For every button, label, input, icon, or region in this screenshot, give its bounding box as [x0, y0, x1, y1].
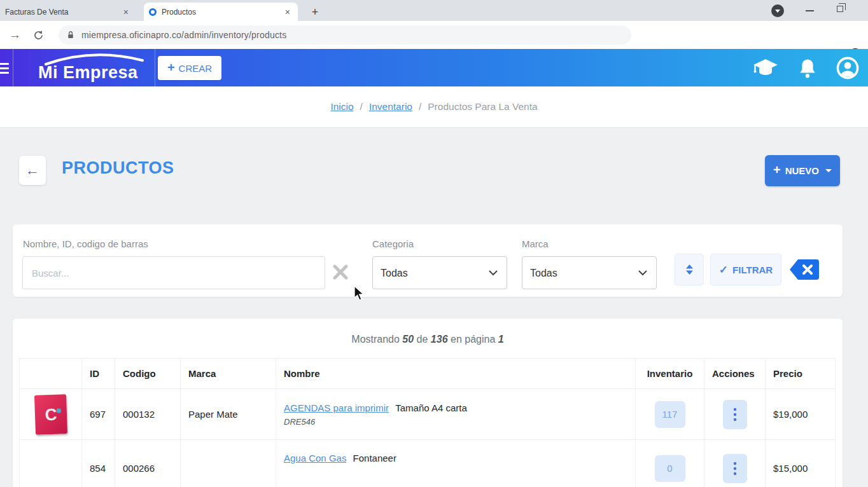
- recording-indicator-icon[interactable]: [771, 4, 784, 17]
- header-divider: [13, 49, 13, 86]
- table-summary: Mostrando 50 de 136 en página 1: [13, 319, 843, 345]
- clear-search-icon[interactable]: [331, 263, 350, 282]
- breadcrumb-separator: /: [360, 101, 363, 113]
- filter-panel: Nombre, ID, codigo de barras Categoria T…: [13, 224, 843, 297]
- tab-favicon-icon: [149, 8, 157, 16]
- header-icons: [752, 49, 859, 86]
- breadcrumb-inventario[interactable]: Inventario: [369, 101, 412, 113]
- summary-text: en página: [451, 334, 495, 345]
- table-row: C 697 000132 Paper Mate AGENDAS para imp…: [20, 389, 836, 440]
- col-nombre: Nombre: [276, 359, 636, 389]
- marca-select[interactable]: Todas: [522, 256, 657, 289]
- browser-window: Facturas De Venta × Productos × + → miem…: [0, 0, 868, 487]
- products-table-card: Mostrando 50 de 136 en página 1 ID Codig…: [13, 319, 843, 487]
- breadcrumb-separator: /: [419, 101, 421, 113]
- tab-title: Productos: [162, 8, 283, 17]
- crear-button[interactable]: + CREAR: [158, 56, 221, 80]
- product-name-link[interactable]: AGENDAS para imprimir: [284, 402, 389, 413]
- vertical-dots-icon: [733, 408, 737, 422]
- search-input[interactable]: [22, 256, 325, 289]
- cell-nombre: Agua Con Gas Fontaneer: [276, 440, 636, 487]
- breadcrumb-inicio[interactable]: Inicio: [330, 101, 353, 113]
- user-avatar-icon[interactable]: [836, 57, 859, 79]
- inventory-badge[interactable]: 117: [655, 401, 685, 428]
- cell-inventario: 0: [636, 440, 704, 487]
- close-tab-icon[interactable]: ×: [121, 7, 131, 17]
- product-thumbnail[interactable]: C: [34, 394, 67, 435]
- marca-label: Marca: [522, 238, 549, 249]
- clear-filters-backspace-icon[interactable]: [789, 259, 820, 280]
- cell-acciones: [704, 389, 766, 440]
- academy-cap-icon[interactable]: [752, 58, 779, 78]
- actions-menu-button[interactable]: [723, 400, 747, 429]
- menu-hamburger-icon[interactable]: [0, 60, 9, 76]
- col-marca: Marca: [181, 359, 276, 389]
- cell-codigo: 000132: [115, 389, 181, 440]
- crear-label: CREAR: [179, 63, 213, 74]
- categoria-select[interactable]: Todas: [372, 256, 507, 289]
- app-header: Mi Empresa + CREAR: [0, 49, 868, 86]
- cell-precio: $15,000: [766, 440, 836, 487]
- close-tab-icon[interactable]: ×: [283, 7, 293, 17]
- header-divider: [155, 49, 155, 86]
- nuevo-button[interactable]: + NUEVO: [765, 155, 840, 186]
- vertical-dots-icon: [733, 462, 737, 476]
- product-image-cell: [20, 440, 82, 487]
- search-label: Nombre, ID, codigo de barras: [23, 238, 148, 249]
- product-image-cell: C: [20, 389, 82, 440]
- lock-icon: [66, 30, 75, 40]
- cell-codigo: 000266: [115, 440, 181, 487]
- products-table: ID Codigo Marca Nombre Inventario Accion…: [19, 358, 836, 487]
- col-acciones: Acciones: [704, 359, 766, 389]
- check-icon: ✓: [719, 263, 728, 277]
- cell-id: 854: [82, 440, 115, 487]
- cell-id: 697: [82, 389, 115, 440]
- col-precio: Precio: [766, 359, 836, 389]
- url-field[interactable]: miempresa.oficinapro.co/admin/inventory/…: [59, 25, 631, 45]
- main-content: ← PRODUCTOS + NUEVO Nombre, ID, codigo d…: [0, 128, 868, 487]
- back-button[interactable]: ←: [19, 156, 46, 185]
- product-name-link[interactable]: Agua Con Gas: [284, 453, 346, 463]
- product-reference: DRE546: [284, 417, 627, 427]
- col-inventario: Inventario: [636, 359, 704, 389]
- new-tab-button[interactable]: +: [307, 4, 323, 20]
- caret-down-icon: [825, 169, 832, 172]
- logo-text: Mi Empresa: [38, 63, 138, 83]
- cell-marca: Paper Mate: [181, 389, 276, 440]
- url-text[interactable]: miempresa.oficinapro.co/admin/inventory/…: [81, 30, 286, 40]
- table-row: 854 000266 Agua Con Gas Fontaneer 0: [20, 440, 836, 487]
- breadcrumb-current: Productos Para La Venta: [428, 101, 537, 113]
- app-logo[interactable]: Mi Empresa: [37, 53, 151, 83]
- restore-window-button[interactable]: [837, 6, 843, 12]
- sort-button[interactable]: [675, 254, 704, 285]
- page-title: PRODUCTOS: [62, 158, 174, 178]
- summary-total-count: 136: [431, 334, 448, 345]
- minimize-button[interactable]: [806, 10, 814, 11]
- address-bar: → miempresa.oficinapro.co/admin/inventor…: [0, 21, 868, 49]
- product-name-extra: Fontaneer: [353, 453, 396, 463]
- filtrar-label: FILTRAR: [732, 264, 773, 275]
- thumbnail-letter: C: [45, 404, 57, 425]
- tab-productos[interactable]: Productos ×: [144, 3, 298, 21]
- col-id: ID: [82, 359, 115, 389]
- summary-shown-count: 50: [402, 334, 414, 345]
- plus-icon: +: [167, 60, 175, 75]
- cell-precio: $19,000: [766, 389, 836, 440]
- forward-icon[interactable]: →: [9, 28, 21, 42]
- summary-page-number: 1: [498, 334, 504, 345]
- notifications-bell-icon[interactable]: [798, 58, 817, 78]
- categoria-label: Categoria: [372, 238, 414, 249]
- summary-text: Mostrando: [351, 334, 400, 345]
- filtrar-button[interactable]: ✓ FILTRAR: [710, 254, 781, 285]
- tab-facturas[interactable]: Facturas De Venta ×: [0, 3, 136, 21]
- plus-icon: +: [773, 163, 781, 177]
- actions-menu-button[interactable]: [723, 454, 747, 483]
- inventory-badge[interactable]: 0: [655, 455, 685, 482]
- reload-icon[interactable]: [32, 29, 45, 41]
- sort-arrows-icon: [685, 264, 694, 275]
- tab-strip: Facturas De Venta × Productos × +: [0, 0, 868, 21]
- cell-acciones: [704, 440, 766, 487]
- nuevo-label: NUEVO: [785, 165, 819, 176]
- cell-inventario: 117: [636, 389, 704, 440]
- product-name-extra: Tamaño A4 carta: [395, 402, 467, 413]
